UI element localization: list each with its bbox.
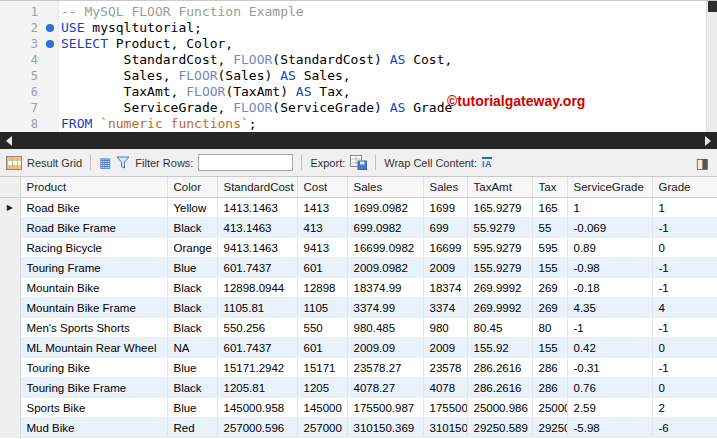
column-header[interactable]: Tax	[532, 177, 567, 198]
table-cell[interactable]: Yellow	[167, 198, 217, 218]
column-header[interactable]: ServiceGrade	[567, 177, 652, 198]
table-cell[interactable]: Black	[167, 218, 217, 238]
table-cell[interactable]: -1	[652, 318, 717, 338]
table-cell[interactable]: 269.9992	[467, 298, 532, 318]
editor-vertical-scrollbar[interactable]	[706, 1, 717, 132]
table-cell[interactable]: 2009.0982	[347, 258, 423, 278]
table-cell[interactable]: 286.2616	[467, 358, 532, 378]
table-cell[interactable]: 1413.1463	[217, 198, 297, 218]
table-cell[interactable]: 699.0982	[347, 218, 423, 238]
column-header[interactable]: StandardCost	[217, 177, 297, 198]
table-cell[interactable]: 601.7437	[217, 338, 297, 358]
row-selector[interactable]	[0, 318, 20, 338]
table-cell[interactable]: ML Mountain Rear Wheel	[20, 338, 167, 358]
table-cell[interactable]: 1105	[297, 298, 347, 318]
table-cell[interactable]: 699	[423, 218, 467, 238]
table-cell[interactable]: 269	[532, 298, 567, 318]
table-cell[interactable]: 550.256	[217, 318, 297, 338]
table-cell[interactable]: 0.89	[567, 238, 652, 258]
row-selector[interactable]	[0, 298, 20, 318]
table-cell[interactable]: 980.485	[347, 318, 423, 338]
table-cell[interactable]: 310150	[423, 418, 467, 438]
table-cell[interactable]: 16699.0982	[347, 238, 423, 258]
column-header[interactable]: Sales	[347, 177, 423, 198]
table-cell[interactable]: 80.45	[467, 318, 532, 338]
table-cell[interactable]: 175500	[423, 398, 467, 418]
wrap-cell-content-icon[interactable]: IA	[482, 157, 492, 169]
table-cell[interactable]: 413.1463	[217, 218, 297, 238]
column-header[interactable]: Sales	[423, 177, 467, 198]
table-cell[interactable]: 155	[532, 258, 567, 278]
table-cell[interactable]: 2009	[423, 338, 467, 358]
row-selector[interactable]	[0, 398, 20, 418]
table-cell[interactable]: 145000	[297, 398, 347, 418]
table-cell[interactable]: 165	[532, 198, 567, 218]
column-header[interactable]: Color	[167, 177, 217, 198]
table-edit-icon[interactable]: ▦	[99, 156, 111, 169]
table-cell[interactable]: 1699	[423, 198, 467, 218]
row-selector[interactable]	[0, 218, 20, 238]
table-cell[interactable]: 257000.596	[217, 418, 297, 438]
code-line[interactable]: 8FROM `numeric functions`;	[0, 116, 717, 132]
table-cell[interactable]: -1	[652, 358, 717, 378]
table-cell[interactable]: Sports Bike	[20, 398, 167, 418]
table-cell[interactable]: Mountain Bike	[20, 278, 167, 298]
table-cell[interactable]: 23578.27	[347, 358, 423, 378]
table-cell[interactable]: 155.9279	[467, 258, 532, 278]
table-cell[interactable]: 601	[297, 338, 347, 358]
table-cell[interactable]: 165.9279	[467, 198, 532, 218]
table-cell[interactable]: 286	[532, 378, 567, 398]
table-cell[interactable]: Black	[167, 298, 217, 318]
table-cell[interactable]: 595.9279	[467, 238, 532, 258]
table-cell[interactable]: 23578	[423, 358, 467, 378]
table-cell[interactable]: Blue	[167, 258, 217, 278]
table-cell[interactable]: Orange	[167, 238, 217, 258]
table-cell[interactable]: -1	[567, 318, 652, 338]
table-cell[interactable]: 413	[297, 218, 347, 238]
table-cell[interactable]: 286.2616	[467, 378, 532, 398]
table-cell[interactable]: 1205	[297, 378, 347, 398]
table-cell[interactable]: 55.9279	[467, 218, 532, 238]
table-cell[interactable]: 286	[532, 358, 567, 378]
table-cell[interactable]: 2.59	[567, 398, 652, 418]
table-cell[interactable]: 3374.99	[347, 298, 423, 318]
table-cell[interactable]: 2	[652, 398, 717, 418]
filter-icon[interactable]	[116, 156, 130, 169]
row-selector[interactable]	[0, 418, 20, 438]
table-cell[interactable]: 269	[532, 278, 567, 298]
table-cell[interactable]: Road Bike Frame	[20, 218, 167, 238]
table-cell[interactable]: -0.069	[567, 218, 652, 238]
table-cell[interactable]: Racing Bicycle	[20, 238, 167, 258]
table-cell[interactable]: 12898.0944	[217, 278, 297, 298]
table-cell[interactable]: 175500.987	[347, 398, 423, 418]
column-header[interactable]: Cost	[297, 177, 347, 198]
table-cell[interactable]: 1699.0982	[347, 198, 423, 218]
table-cell[interactable]: 0.42	[567, 338, 652, 358]
row-selector[interactable]	[0, 238, 20, 258]
table-cell[interactable]: Mountain Bike Frame	[20, 298, 167, 318]
table-cell[interactable]: 15171.2942	[217, 358, 297, 378]
table-cell[interactable]: 12898	[297, 278, 347, 298]
row-selector[interactable]	[0, 358, 20, 378]
table-cell[interactable]: 2009.09	[347, 338, 423, 358]
table-cell[interactable]: 4078.27	[347, 378, 423, 398]
table-cell[interactable]: 1205.81	[217, 378, 297, 398]
scroll-right-arrow-icon[interactable]	[705, 136, 711, 146]
table-cell[interactable]: Black	[167, 378, 217, 398]
row-selector[interactable]	[0, 338, 20, 358]
side-panel-toggle-icon[interactable]: ◨	[696, 156, 709, 170]
table-cell[interactable]: 29250	[532, 418, 567, 438]
table-cell[interactable]: 257000	[297, 418, 347, 438]
table-cell[interactable]: 16699	[423, 238, 467, 258]
table-cell[interactable]: Black	[167, 318, 217, 338]
table-cell[interactable]: 1413	[297, 198, 347, 218]
table-cell[interactable]: 15171	[297, 358, 347, 378]
table-cell[interactable]: Black	[167, 278, 217, 298]
table-cell[interactable]: 2009	[423, 258, 467, 278]
table-cell[interactable]: 0.76	[567, 378, 652, 398]
table-cell[interactable]: Blue	[167, 358, 217, 378]
table-cell[interactable]: 601.7437	[217, 258, 297, 278]
table-cell[interactable]: 550	[297, 318, 347, 338]
export-icon[interactable]	[350, 155, 367, 170]
filter-rows-input[interactable]	[198, 154, 293, 171]
